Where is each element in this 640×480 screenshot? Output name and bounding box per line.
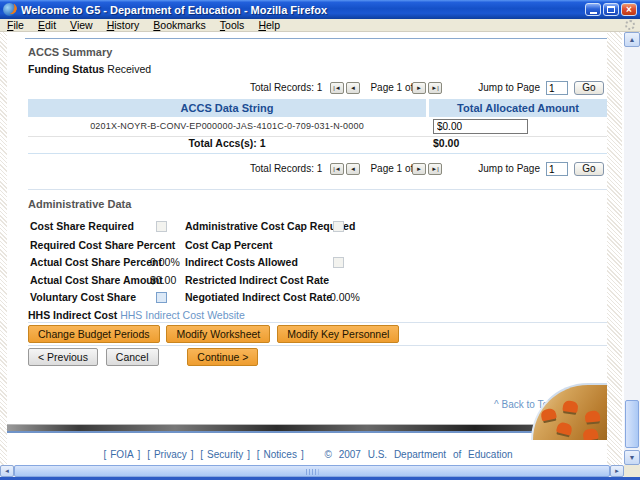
funding-status-row: Funding Status Received xyxy=(28,63,151,75)
scroll-right-button[interactable]: ► xyxy=(610,465,624,477)
bracket: [ xyxy=(257,449,260,460)
bracket: ] xyxy=(138,449,141,460)
section-divider xyxy=(28,189,607,190)
caret-up-icon: ^ xyxy=(494,399,499,410)
chair-graphic xyxy=(584,410,600,423)
required-cost-share-percent-label: Required Cost Share Percent xyxy=(30,239,175,252)
bracket: [ xyxy=(147,449,150,460)
column-header-amount: Total Allocated Amount xyxy=(429,99,607,117)
total-amount-value: $0.00 xyxy=(433,137,459,149)
go-button[interactable]: Go xyxy=(574,81,604,95)
bracket: ] xyxy=(191,449,194,460)
footer-link-privacy[interactable]: Privacy xyxy=(154,449,187,460)
maximize-button[interactable] xyxy=(603,3,619,16)
footer-link-notices[interactable]: Notices xyxy=(264,449,297,460)
bracket: [ xyxy=(200,449,203,460)
modify-key-personnel-button[interactable]: Modify Key Personnel xyxy=(277,325,399,343)
admin-row: Voluntary Cost Share Negotiated Indirect… xyxy=(28,291,588,305)
footer: [FOIA] [Privacy] [Security] [Notices] © … xyxy=(7,449,607,460)
minimize-icon xyxy=(590,12,597,14)
menu-bar: File Edit View History Bookmarks Tools H… xyxy=(0,19,640,32)
voluntary-cost-share-checkbox[interactable] xyxy=(156,292,167,303)
prev-page-button[interactable]: ◄ xyxy=(346,163,360,175)
vertical-scrollbar[interactable]: ▲ ▼ xyxy=(624,32,640,465)
jump-to-page-label: Jump to Page xyxy=(452,162,540,176)
hhs-indirect-cost-label: HHS Indirect Cost xyxy=(28,309,117,321)
scroll-down-button[interactable]: ▼ xyxy=(624,450,640,465)
scrollbar-corner xyxy=(624,465,640,477)
continue-button[interactable]: Continue > xyxy=(187,348,258,366)
administrative-data-title: Administrative Data xyxy=(28,198,131,210)
admin-row: Actual Cost Share Percent 0.00% Indirect… xyxy=(28,256,588,270)
actions-top-divider xyxy=(28,322,607,323)
classroom-chairs-image xyxy=(531,383,607,440)
accs-summary-title: ACCS Summary xyxy=(28,46,112,58)
footer-link-security[interactable]: Security xyxy=(207,449,243,460)
menu-file[interactable]: File xyxy=(0,19,31,32)
column-header-accs: ACCS Data String xyxy=(28,99,426,117)
first-page-button[interactable]: |◄ xyxy=(330,82,344,94)
admin-cost-cap-required-label: Administrative Cost Cap Required xyxy=(185,220,355,233)
actual-cost-share-percent-label: Actual Cost Share Percent xyxy=(30,256,162,269)
jump-to-page-input[interactable] xyxy=(546,162,568,176)
firefox-icon xyxy=(3,3,16,16)
page-content: ACCS Summary Funding Status Received Tot… xyxy=(0,32,624,465)
menu-bookmarks[interactable]: Bookmarks xyxy=(146,19,213,32)
menu-tools[interactable]: Tools xyxy=(213,19,252,32)
throbber-icon xyxy=(625,20,635,30)
scroll-left-button[interactable]: ◄ xyxy=(0,465,14,477)
menu-view[interactable]: View xyxy=(63,19,100,32)
total-allocated-amount-input[interactable] xyxy=(433,119,528,134)
pagination-top: Total Records: 1 |◄ ◄ Page 1 of 1 ► ►| J… xyxy=(240,81,607,95)
last-page-button[interactable]: ►| xyxy=(428,163,442,175)
funding-status-label: Funding Status xyxy=(28,63,104,75)
action-buttons-row: Change Budget Periods Modify Worksheet M… xyxy=(28,325,403,343)
pagination-bottom: Total Records: 1 |◄ ◄ Page 1 of 1 ► ►| J… xyxy=(240,162,607,176)
admin-row: Required Cost Share Percent Cost Cap Per… xyxy=(28,239,588,253)
change-budget-periods-button[interactable]: Change Budget Periods xyxy=(28,325,160,343)
last-page-button[interactable]: ►| xyxy=(428,82,442,94)
jump-to-page-input[interactable] xyxy=(546,81,568,95)
chair-graphic xyxy=(562,400,578,413)
horizontal-scrollbar[interactable]: ◄ ► xyxy=(0,465,624,477)
modify-worksheet-button[interactable]: Modify Worksheet xyxy=(166,325,270,343)
menu-edit[interactable]: Edit xyxy=(31,19,63,32)
cost-share-required-checkbox xyxy=(156,221,167,232)
voluntary-cost-share-label: Voluntary Cost Share xyxy=(30,291,136,304)
restricted-indirect-cost-rate-label: Restricted Indirect Cost Rate xyxy=(185,274,329,287)
prev-page-button[interactable]: ◄ xyxy=(346,82,360,94)
hhs-indirect-cost-row: HHS Indirect Cost HHS Indirect Cost Webs… xyxy=(28,309,245,321)
total-records-label: Total Records: 1 xyxy=(250,81,334,95)
admin-cost-cap-required-checkbox xyxy=(333,221,344,232)
first-page-button[interactable]: |◄ xyxy=(330,163,344,175)
previous-button[interactable]: < Previous xyxy=(28,348,98,366)
indirect-costs-allowed-label: Indirect Costs Allowed xyxy=(185,256,298,269)
thumb-grip-icon xyxy=(306,469,319,475)
cancel-button[interactable]: Cancel xyxy=(106,348,159,366)
negotiated-indirect-cost-rate-label: Negotiated Indirect Cost Rate xyxy=(185,291,332,304)
chair-graphic xyxy=(556,421,573,435)
minimize-button[interactable] xyxy=(585,3,601,16)
total-accs-label: Total Accs(s): 1 xyxy=(28,137,426,149)
scroll-up-button[interactable]: ▲ xyxy=(624,32,640,47)
firefox-window: Welcome to G5 - Department of Education … xyxy=(0,0,640,480)
footer-link-foia[interactable]: FOIA xyxy=(110,449,133,460)
menu-help[interactable]: Help xyxy=(251,19,287,32)
next-page-button[interactable]: ► xyxy=(412,82,426,94)
bracket: ] xyxy=(247,449,250,460)
actions-bottom-divider xyxy=(28,345,607,346)
table-bottom-divider xyxy=(28,153,607,154)
vertical-scroll-thumb[interactable] xyxy=(625,400,639,448)
nav-buttons-row: < Previous Cancel Continue > xyxy=(28,348,262,366)
close-button[interactable]: × xyxy=(621,3,637,16)
menu-history[interactable]: History xyxy=(100,19,147,32)
footer-gradient-bar xyxy=(7,424,607,433)
next-page-button[interactable]: ► xyxy=(412,163,426,175)
horizontal-scroll-thumb[interactable] xyxy=(14,465,610,477)
top-rule xyxy=(25,38,607,39)
actual-cost-share-percent-value: 0.00% xyxy=(150,256,180,269)
go-button[interactable]: Go xyxy=(574,162,604,176)
negotiated-indirect-cost-rate-value: 0.00% xyxy=(330,291,360,304)
hhs-indirect-cost-website-link[interactable]: HHS Indirect Cost Website xyxy=(120,309,245,321)
jump-to-page-label: Jump to Page xyxy=(452,81,540,95)
